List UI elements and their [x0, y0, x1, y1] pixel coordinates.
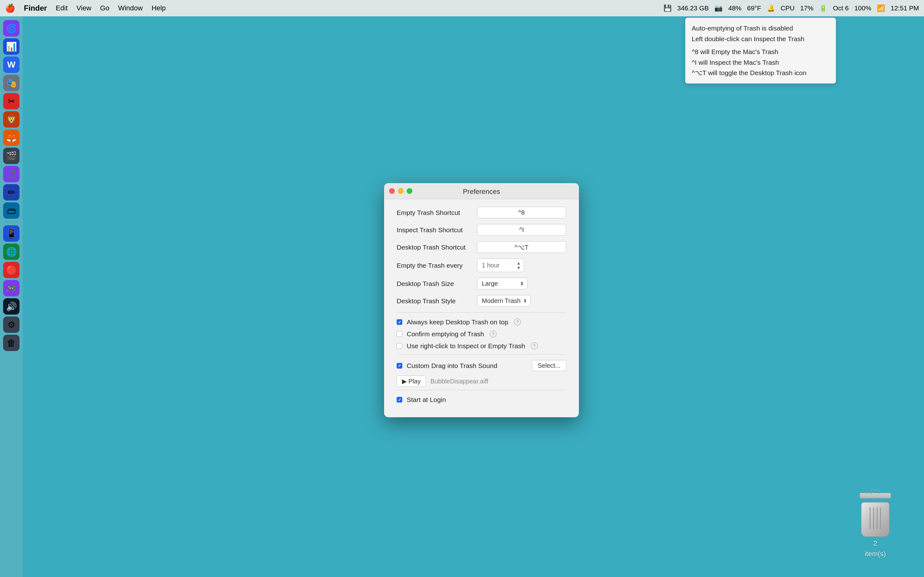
window-minimize-button[interactable] [398, 188, 403, 194]
dock-icon-1[interactable]: 📊 [3, 38, 19, 55]
empty-every-label: Empty the Trash every [397, 261, 472, 269]
dock-icon-5[interactable]: 🦁 [3, 111, 19, 127]
dock-icon-2[interactable]: W [3, 56, 19, 73]
stepper-up[interactable]: ▲ [516, 261, 521, 265]
dock-icon-14[interactable]: 🎮 [3, 280, 19, 297]
trash-line-2 [873, 507, 874, 529]
right-click-row: Use right-click to Inspect or Empty Tras… [397, 342, 566, 350]
menu-window[interactable]: Window [118, 4, 143, 12]
select-sound-button[interactable]: Select... [532, 360, 566, 371]
sound-section: Custom Drag into Trash Sound Select... ▶… [397, 360, 566, 387]
right-click-info[interactable]: ? [531, 343, 538, 350]
dock-icon-12[interactable]: 🌐 [3, 243, 19, 260]
start-login-checkbox[interactable] [397, 397, 402, 403]
dock-icon-13[interactable]: 🔴 [3, 262, 19, 278]
tooltip-popup: Auto-emptying of Trash is disabled Left … [685, 18, 836, 84]
dock: 🌀 📊 W 🎭 ✂ 🦁 🦊 🎬 🎵 ✏ 🗃 📱 🌐 🔴 🎮 🔊 ⚙ 🗑 [0, 16, 23, 577]
sound-play-row: ▶ Play BubbleDisappear.aiff [397, 376, 566, 387]
custom-sound-row: Custom Drag into Trash Sound Select... [397, 360, 566, 371]
dock-icon-6[interactable]: 🦊 [3, 129, 19, 146]
menubar: 🍎 Finder Edit View Go Window Help 💾 346.… [0, 0, 924, 16]
dock-icon-11[interactable]: 📱 [3, 225, 19, 242]
desktop-size-value: Large [482, 280, 498, 287]
menu-view[interactable]: View [76, 4, 91, 12]
window-title: Preferences [463, 188, 500, 196]
dock-icon-4[interactable]: ✂ [3, 93, 19, 110]
desktop-trash-icon[interactable]: 2 item(s) [858, 493, 893, 558]
desktop-style-value: Modern Trash [482, 297, 521, 305]
desktop-trash-label: Desktop Trash Shortcut [397, 243, 472, 251]
custom-sound-checkbox[interactable] [397, 363, 402, 368]
custom-sound-label: Custom Drag into Trash Sound [407, 362, 497, 369]
apple-menu-icon[interactable]: 🍎 [5, 3, 15, 13]
menu-edit[interactable]: Edit [56, 4, 68, 12]
desktop-trash-input[interactable] [477, 241, 566, 253]
desktop-size-arrow: ⬍ [520, 280, 524, 287]
storage-display: 346.23 GB [677, 5, 709, 12]
preferences-content: Empty Trash Shortcut Inspect Trash Short… [384, 199, 579, 417]
storage-icon: 💾 [663, 5, 672, 12]
dock-icon-9[interactable]: ✏ [3, 184, 19, 200]
stepper-arrows: ▲ ▼ [516, 261, 521, 270]
temp-display: 69°F [747, 5, 761, 12]
tooltip-line1: Auto-emptying of Trash is disabled [692, 23, 829, 34]
window-controls [389, 188, 412, 194]
dock-icon-7[interactable]: 🎬 [3, 148, 19, 164]
dock-icon-15[interactable]: 🔊 [3, 298, 19, 314]
dock-icon-8[interactable]: 🎵 [3, 166, 19, 182]
window-maximize-button[interactable] [407, 188, 412, 194]
menubar-left: 🍎 Finder Edit View Go Window Help [5, 3, 663, 13]
trash-line-3 [877, 507, 877, 529]
window-close-button[interactable] [389, 188, 395, 194]
trash-can-visual [858, 493, 893, 537]
divider-3 [397, 390, 566, 390]
inspect-trash-label: Inspect Trash Shortcut [397, 226, 472, 234]
desktop-style-row: Desktop Trash Style Modern Trash ⬍ [397, 295, 566, 307]
trash-items-label: item(s) [864, 550, 886, 558]
empty-every-row: Empty the Trash every 1 hour ▲ ▼ [397, 259, 566, 272]
dock-icon-10[interactable]: 🗃 [3, 202, 19, 219]
dock-icon-3[interactable]: 🎭 [3, 75, 19, 91]
play-button[interactable]: ▶ Play [397, 376, 426, 387]
always-on-top-info[interactable]: ? [514, 319, 521, 326]
right-click-checkbox[interactable] [397, 343, 402, 349]
tooltip-line5: ^I will Inspect the Mac's Trash [692, 57, 829, 68]
dock-icon-0[interactable]: 🌀 [3, 20, 19, 37]
menu-help[interactable]: Help [152, 4, 166, 12]
desktop-size-row: Desktop Trash Size Large ⬍ [397, 278, 566, 289]
start-login-label: Start at Login [407, 396, 446, 403]
trash-line-1 [870, 507, 871, 529]
menubar-right: 💾 346.23 GB 📷 48% 69°F 🔔 CPU 17% 🔋 Oct 6… [663, 5, 919, 12]
confirm-empty-checkbox[interactable] [397, 331, 402, 337]
confirm-empty-info[interactable]: ? [490, 330, 497, 337]
empty-every-stepper[interactable]: 1 hour ▲ ▼ [477, 259, 524, 272]
divider-2 [397, 354, 566, 355]
trash-lid [859, 493, 891, 498]
confirm-empty-row: Confirm emptying of Trash ? [397, 330, 566, 338]
dock-icon-16[interactable]: ⚙ [3, 316, 19, 333]
dock-icon-trash[interactable]: 🗑 [3, 335, 19, 351]
app-name[interactable]: Finder [24, 4, 47, 13]
menu-go[interactable]: Go [100, 4, 110, 12]
desktop-size-select[interactable]: Large ⬍ [477, 278, 527, 289]
trash-handle [871, 489, 880, 494]
always-on-top-row: Always keep Desktop Trash on top ? [397, 318, 566, 326]
desktop-style-select[interactable]: Modern Trash ⬍ [477, 295, 531, 307]
inspect-trash-row: Inspect Trash Shortcut [397, 224, 566, 236]
right-click-label: Use right-click to Inspect or Empty Tras… [407, 342, 525, 350]
start-login-row: Start at Login [397, 396, 566, 403]
empty-every-value: 1 hour [482, 262, 500, 269]
empty-trash-input[interactable] [477, 207, 566, 218]
always-on-top-checkbox[interactable] [397, 319, 402, 325]
desktop-style-label: Desktop Trash Style [397, 297, 472, 305]
tooltip-line6: ^⌥T will toggle the Desktop Trash icon [692, 68, 829, 78]
notification-icon[interactable]: 🔔 [767, 5, 775, 12]
sound-filename: BubbleDisappear.aiff [430, 377, 488, 385]
inspect-trash-input[interactable] [477, 224, 566, 236]
cpu-percent: 17% [800, 5, 813, 12]
battery-icon: 🔋 [819, 5, 827, 12]
stepper-down[interactable]: ▼ [516, 266, 521, 270]
cpu-label: CPU [780, 5, 795, 12]
battery-percent: 48% [728, 5, 742, 12]
battery-full: 100% [854, 5, 871, 12]
